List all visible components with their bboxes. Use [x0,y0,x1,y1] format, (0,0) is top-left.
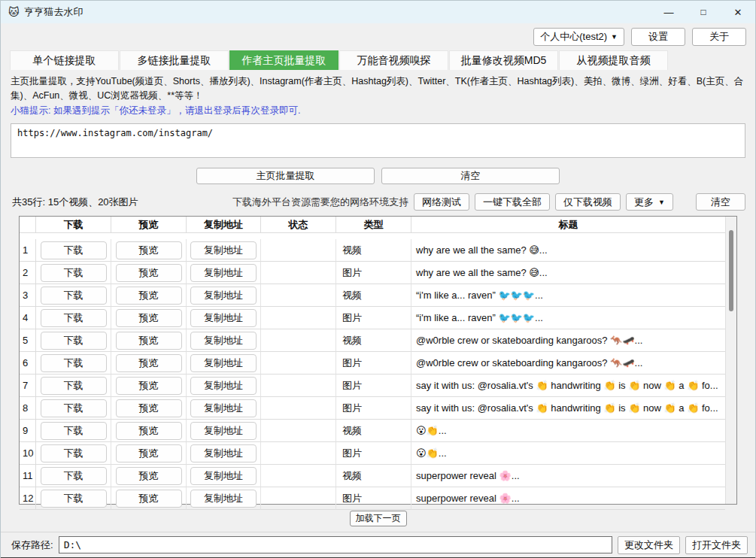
maximize-button[interactable]: □ [686,1,721,23]
action-row: 主页批量提取 清空 [196,168,755,184]
url-input[interactable]: https://www.instagram.com/instagram/ [11,123,745,158]
download-row-button[interactable]: 下载 [41,354,107,372]
clear-input-button[interactable]: 清空 [381,168,560,184]
copy-row-button[interactable]: 复制地址 [190,422,257,440]
login-tip-text: 小猫提示: 如果遇到提示「你还未登录」，请退出登录后再次登录即可. [11,104,745,118]
type-cell: 图片 [336,352,411,375]
download-row-button[interactable]: 下载 [41,444,107,462]
title-cell: why are we all the same? 😅... [411,239,725,262]
copy-row-button[interactable]: 复制地址 [190,467,257,485]
button-cell: 预览 [111,239,187,262]
preview-row-button[interactable]: 预览 [116,241,182,259]
column-header: 标题 [411,217,725,233]
load-next-page-button[interactable]: 加载下一页 [350,511,407,526]
type-cell: 图片 [336,262,411,284]
copy-row-button[interactable]: 复制地址 [190,399,257,417]
change-folder-button[interactable]: 更改文件夹 [618,536,680,554]
download-row-button[interactable]: 下载 [41,309,107,327]
more-dropdown-button[interactable]: 更多 ▼ [626,193,673,211]
download-row-button[interactable]: 下载 [41,287,107,305]
vertical-scrollbar[interactable] [725,217,736,504]
download-row-button[interactable]: 下载 [41,241,107,259]
download-row-button[interactable]: 下载 [41,467,107,485]
title-cell: @w0rble crew or skateboarding kangaroos?… [411,329,725,352]
account-dropdown-label: 个人中心(test2) [540,30,607,44]
close-button[interactable]: ✕ [721,1,755,23]
preview-row-button[interactable]: 预览 [116,377,182,395]
status-cell [261,465,336,487]
tab-6[interactable]: 从视频提取音频 [559,50,668,70]
preview-row-button[interactable]: 预览 [116,467,182,485]
download-row-button[interactable]: 下载 [41,399,107,417]
save-path-input[interactable]: D:\ [59,536,612,553]
copy-row-button[interactable]: 复制地址 [190,309,257,327]
status-cell [261,442,336,465]
copy-row-button[interactable]: 复制地址 [190,241,257,259]
button-cell: 复制地址 [187,420,261,442]
button-cell: 复制地址 [187,239,261,262]
minimize-button[interactable]: — [651,1,686,23]
download-row-button[interactable]: 下载 [41,422,107,440]
preview-row-button[interactable]: 预览 [116,287,182,305]
preview-row-button[interactable]: 预览 [116,332,182,350]
scrollbar-thumb[interactable] [729,230,733,311]
button-cell: 预览 [111,465,187,487]
results-table: 下载预览复制地址状态类型标题1下载预览复制地址视频why are we all … [19,216,737,505]
copy-row-button[interactable]: 复制地址 [190,354,257,372]
title-cell: 😮👏... [411,442,725,465]
title-cell: say it with us: @rosalia.vt's 👏 handwrit… [411,397,725,420]
title-cell: “i'm like a... raven” 🐦🐦🐦... [411,284,725,307]
copy-row-button[interactable]: 复制地址 [190,444,257,462]
column-header: 状态 [261,217,336,233]
settings-button[interactable]: 设置 [631,28,685,46]
save-path-label: 保存路径: [11,538,53,552]
download-all-button[interactable]: 一键下载全部 [475,193,550,211]
preview-row-button[interactable]: 预览 [116,354,182,372]
copy-row-button[interactable]: 复制地址 [190,332,257,350]
results-grid: 下载预览复制地址状态类型标题1下载预览复制地址视频why are we all … [20,217,725,504]
button-cell: 下载 [36,262,111,284]
status-cell [261,420,336,442]
copy-row-button[interactable]: 复制地址 [190,377,257,395]
chevron-down-icon: ▼ [658,199,665,206]
open-folder-button[interactable]: 打开文件夹 [685,536,748,554]
download-row-button[interactable]: 下载 [41,332,107,350]
extract-homepage-button[interactable]: 主页批量提取 [196,168,375,184]
button-cell: 下载 [36,239,111,262]
app-cat-icon: 🐱 [8,6,20,18]
network-test-button[interactable]: 网络测试 [414,193,469,211]
row-index: 9 [20,420,36,442]
copy-row-button[interactable]: 复制地址 [190,264,257,282]
preview-row-button[interactable]: 预览 [116,264,182,282]
tab-1[interactable]: 单个链接提取 [10,50,119,70]
title-cell: “i'm like a... raven” 🐦🐦🐦... [411,307,725,329]
button-cell: 预览 [111,352,187,375]
preview-row-button[interactable]: 预览 [116,399,182,417]
type-cell: 视频 [336,329,411,352]
copy-row-button[interactable]: 复制地址 [190,287,257,305]
result-summary: 共35行: 15个视频、20张图片 [12,196,138,209]
download-row-button[interactable]: 下载 [41,264,107,282]
button-cell: 预览 [111,442,187,465]
preview-row-button[interactable]: 预览 [116,444,182,462]
about-button[interactable]: 关于 [692,28,746,46]
row-index: 11 [20,465,36,487]
preview-row-button[interactable]: 预览 [116,422,182,440]
more-label: 更多 [634,196,654,209]
button-cell: 下载 [36,397,111,420]
download-videos-only-button[interactable]: 仅下载视频 [555,193,621,211]
account-dropdown[interactable]: 个人中心(test2) ▼ [533,28,624,46]
column-header: 下载 [36,217,111,233]
clear-results-button[interactable]: 清空 [696,193,745,211]
app-title: 亨亨猫去水印 [25,5,83,19]
type-cell: 图片 [336,375,411,397]
type-cell: 图片 [336,442,411,465]
tab-5[interactable]: 批量修改视频MD5 [449,50,558,70]
download-row-button[interactable]: 下载 [41,377,107,395]
preview-row-button[interactable]: 预览 [116,309,182,327]
button-cell: 下载 [36,465,111,487]
type-cell: 视频 [336,284,411,307]
tab-3[interactable]: 作者主页批量提取 [229,50,339,70]
tab-2[interactable]: 多链接批量提取 [120,50,229,70]
tab-4[interactable]: 万能音视频嗅探 [339,50,448,70]
